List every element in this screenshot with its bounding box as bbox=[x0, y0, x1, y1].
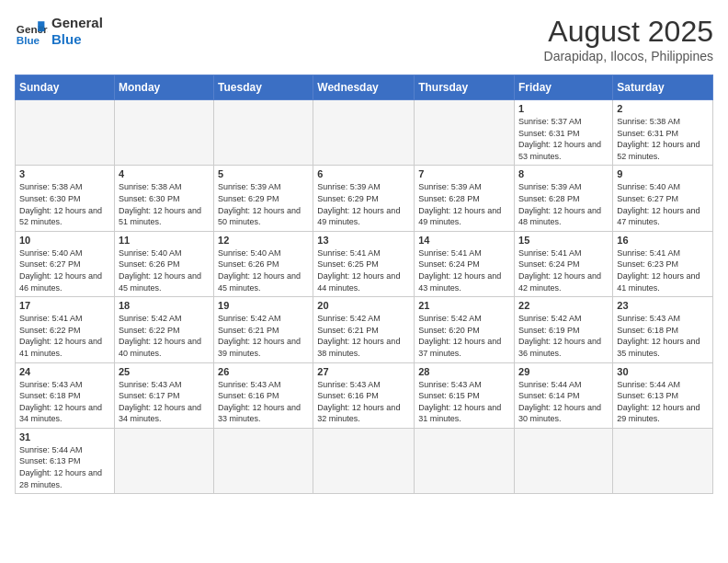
calendar-day-cell: 12Sunrise: 5:40 AM Sunset: 6:26 PM Dayli… bbox=[214, 231, 313, 296]
day-number: 29 bbox=[518, 366, 609, 377]
day-info: Sunrise: 5:37 AM Sunset: 6:31 PM Dayligh… bbox=[518, 116, 609, 162]
calendar-day-cell: 30Sunrise: 5:44 AM Sunset: 6:13 PM Dayli… bbox=[613, 362, 713, 428]
day-number: 20 bbox=[317, 300, 410, 311]
day-info: Sunrise: 5:43 AM Sunset: 6:18 PM Dayligh… bbox=[19, 379, 110, 425]
calendar-day-cell bbox=[16, 100, 115, 166]
day-info: Sunrise: 5:38 AM Sunset: 6:30 PM Dayligh… bbox=[19, 181, 110, 227]
calendar-week-row: 1Sunrise: 5:37 AM Sunset: 6:31 PM Daylig… bbox=[16, 100, 713, 166]
day-number: 21 bbox=[418, 300, 510, 311]
day-info: Sunrise: 5:41 AM Sunset: 6:22 PM Dayligh… bbox=[19, 313, 110, 359]
calendar-week-row: 17Sunrise: 5:41 AM Sunset: 6:22 PM Dayli… bbox=[16, 297, 713, 362]
calendar-day-cell: 7Sunrise: 5:39 AM Sunset: 6:28 PM Daylig… bbox=[415, 166, 515, 231]
calendar-day-cell: 25Sunrise: 5:43 AM Sunset: 6:17 PM Dayli… bbox=[114, 362, 213, 428]
calendar-day-cell: 16Sunrise: 5:41 AM Sunset: 6:23 PM Dayli… bbox=[613, 231, 713, 296]
calendar-day-cell: 31Sunrise: 5:44 AM Sunset: 6:13 PM Dayli… bbox=[16, 428, 115, 493]
calendar-day-cell: 14Sunrise: 5:41 AM Sunset: 6:24 PM Dayli… bbox=[415, 231, 515, 296]
calendar-day-cell: 19Sunrise: 5:42 AM Sunset: 6:21 PM Dayli… bbox=[214, 297, 313, 362]
calendar-day-cell: 24Sunrise: 5:43 AM Sunset: 6:18 PM Dayli… bbox=[16, 362, 115, 428]
day-number: 16 bbox=[617, 235, 709, 246]
day-number: 24 bbox=[19, 366, 110, 377]
day-info: Sunrise: 5:42 AM Sunset: 6:21 PM Dayligh… bbox=[317, 313, 410, 359]
day-info: Sunrise: 5:39 AM Sunset: 6:28 PM Dayligh… bbox=[418, 181, 510, 227]
logo-blue: Blue bbox=[51, 31, 103, 48]
calendar-day-cell: 28Sunrise: 5:43 AM Sunset: 6:15 PM Dayli… bbox=[415, 362, 515, 428]
page-header: General Blue General Blue August 2025 Da… bbox=[15, 15, 713, 63]
calendar-day-cell bbox=[613, 428, 713, 493]
logo-icon: General Blue bbox=[15, 15, 48, 48]
calendar-day-cell: 18Sunrise: 5:42 AM Sunset: 6:22 PM Dayli… bbox=[114, 297, 213, 362]
day-of-week-header: Sunday bbox=[16, 75, 115, 100]
day-info: Sunrise: 5:38 AM Sunset: 6:30 PM Dayligh… bbox=[119, 181, 210, 227]
calendar-table: SundayMondayTuesdayWednesdayThursdayFrid… bbox=[15, 75, 713, 494]
day-of-week-header: Tuesday bbox=[214, 75, 313, 100]
day-number: 1 bbox=[518, 103, 609, 114]
calendar-day-cell: 26Sunrise: 5:43 AM Sunset: 6:16 PM Dayli… bbox=[214, 362, 313, 428]
day-info: Sunrise: 5:39 AM Sunset: 6:29 PM Dayligh… bbox=[218, 181, 309, 227]
day-info: Sunrise: 5:38 AM Sunset: 6:31 PM Dayligh… bbox=[617, 116, 709, 162]
calendar-day-cell bbox=[415, 100, 515, 166]
day-info: Sunrise: 5:42 AM Sunset: 6:19 PM Dayligh… bbox=[518, 313, 609, 359]
day-number: 19 bbox=[218, 300, 309, 311]
calendar-day-cell bbox=[214, 100, 313, 166]
calendar-day-cell bbox=[214, 428, 313, 493]
day-info: Sunrise: 5:39 AM Sunset: 6:29 PM Dayligh… bbox=[317, 181, 410, 227]
day-number: 3 bbox=[19, 168, 110, 179]
day-number: 17 bbox=[19, 300, 110, 311]
day-info: Sunrise: 5:42 AM Sunset: 6:22 PM Dayligh… bbox=[119, 313, 210, 359]
calendar-day-cell: 29Sunrise: 5:44 AM Sunset: 6:14 PM Dayli… bbox=[515, 362, 613, 428]
calendar-day-cell: 5Sunrise: 5:39 AM Sunset: 6:29 PM Daylig… bbox=[214, 166, 313, 231]
calendar-day-cell: 2Sunrise: 5:38 AM Sunset: 6:31 PM Daylig… bbox=[613, 100, 713, 166]
calendar-day-cell: 22Sunrise: 5:42 AM Sunset: 6:19 PM Dayli… bbox=[515, 297, 613, 362]
day-info: Sunrise: 5:40 AM Sunset: 6:26 PM Dayligh… bbox=[218, 247, 309, 293]
day-info: Sunrise: 5:44 AM Sunset: 6:14 PM Dayligh… bbox=[518, 379, 609, 425]
calendar-day-cell bbox=[313, 428, 415, 493]
day-number: 8 bbox=[518, 168, 609, 179]
day-info: Sunrise: 5:43 AM Sunset: 6:16 PM Dayligh… bbox=[218, 379, 309, 425]
day-of-week-header: Thursday bbox=[415, 75, 515, 100]
calendar-day-cell: 27Sunrise: 5:43 AM Sunset: 6:16 PM Dayli… bbox=[313, 362, 415, 428]
calendar-week-row: 31Sunrise: 5:44 AM Sunset: 6:13 PM Dayli… bbox=[16, 428, 713, 493]
day-number: 14 bbox=[418, 235, 510, 246]
month-year-title: August 2025 bbox=[544, 15, 713, 49]
day-info: Sunrise: 5:42 AM Sunset: 6:21 PM Dayligh… bbox=[218, 313, 309, 359]
day-of-week-header: Monday bbox=[114, 75, 213, 100]
calendar-day-cell: 8Sunrise: 5:39 AM Sunset: 6:28 PM Daylig… bbox=[515, 166, 613, 231]
day-info: Sunrise: 5:43 AM Sunset: 6:15 PM Dayligh… bbox=[418, 379, 510, 425]
day-of-week-header: Wednesday bbox=[313, 75, 415, 100]
calendar-header-row: SundayMondayTuesdayWednesdayThursdayFrid… bbox=[16, 75, 713, 100]
calendar-day-cell: 20Sunrise: 5:42 AM Sunset: 6:21 PM Dayli… bbox=[313, 297, 415, 362]
calendar-day-cell bbox=[515, 428, 613, 493]
calendar-week-row: 3Sunrise: 5:38 AM Sunset: 6:30 PM Daylig… bbox=[16, 166, 713, 231]
day-number: 5 bbox=[218, 168, 309, 179]
day-info: Sunrise: 5:42 AM Sunset: 6:20 PM Dayligh… bbox=[418, 313, 510, 359]
day-number: 4 bbox=[119, 168, 210, 179]
day-info: Sunrise: 5:43 AM Sunset: 6:18 PM Dayligh… bbox=[617, 313, 709, 359]
day-info: Sunrise: 5:41 AM Sunset: 6:25 PM Dayligh… bbox=[317, 247, 410, 293]
day-info: Sunrise: 5:43 AM Sunset: 6:16 PM Dayligh… bbox=[317, 379, 410, 425]
day-number: 2 bbox=[617, 103, 709, 114]
day-number: 27 bbox=[317, 366, 410, 377]
day-number: 25 bbox=[119, 366, 210, 377]
calendar-day-cell: 11Sunrise: 5:40 AM Sunset: 6:26 PM Dayli… bbox=[114, 231, 213, 296]
logo-general: General bbox=[51, 15, 103, 31]
logo: General Blue General Blue bbox=[15, 15, 103, 48]
calendar-day-cell: 1Sunrise: 5:37 AM Sunset: 6:31 PM Daylig… bbox=[515, 100, 613, 166]
day-number: 7 bbox=[418, 168, 510, 179]
day-info: Sunrise: 5:41 AM Sunset: 6:24 PM Dayligh… bbox=[418, 247, 510, 293]
calendar-day-cell: 9Sunrise: 5:40 AM Sunset: 6:27 PM Daylig… bbox=[613, 166, 713, 231]
calendar-week-row: 24Sunrise: 5:43 AM Sunset: 6:18 PM Dayli… bbox=[16, 362, 713, 428]
day-info: Sunrise: 5:39 AM Sunset: 6:28 PM Dayligh… bbox=[518, 181, 609, 227]
day-number: 10 bbox=[19, 235, 110, 246]
calendar-day-cell: 10Sunrise: 5:40 AM Sunset: 6:27 PM Dayli… bbox=[16, 231, 115, 296]
day-number: 26 bbox=[218, 366, 309, 377]
day-info: Sunrise: 5:40 AM Sunset: 6:26 PM Dayligh… bbox=[119, 247, 210, 293]
day-number: 30 bbox=[617, 366, 709, 377]
calendar-week-row: 10Sunrise: 5:40 AM Sunset: 6:27 PM Dayli… bbox=[16, 231, 713, 296]
calendar-day-cell: 13Sunrise: 5:41 AM Sunset: 6:25 PM Dayli… bbox=[313, 231, 415, 296]
day-of-week-header: Friday bbox=[515, 75, 613, 100]
day-info: Sunrise: 5:40 AM Sunset: 6:27 PM Dayligh… bbox=[617, 181, 709, 227]
calendar-day-cell: 23Sunrise: 5:43 AM Sunset: 6:18 PM Dayli… bbox=[613, 297, 713, 362]
day-number: 11 bbox=[119, 235, 210, 246]
day-of-week-header: Saturday bbox=[613, 75, 713, 100]
day-info: Sunrise: 5:44 AM Sunset: 6:13 PM Dayligh… bbox=[617, 379, 709, 425]
